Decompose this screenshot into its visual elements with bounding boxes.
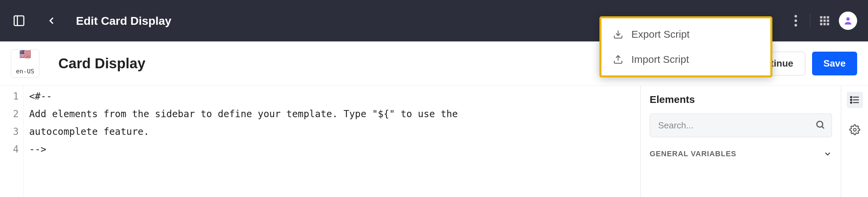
import-script-label: Import Script (631, 54, 689, 65)
chevron-down-icon (823, 149, 832, 158)
svg-point-24 (850, 102, 852, 103)
svg-rect-7 (820, 16, 823, 19)
svg-point-16 (846, 17, 850, 21)
locale-code: en-US (11, 60, 40, 77)
code-line: Add elements from the sidebar to define … (29, 108, 458, 120)
topbar: Edit Card Display Export Script Import S… (0, 0, 868, 41)
locale-badge[interactable]: 🇺🇸 en-US (11, 49, 39, 78)
import-icon (613, 54, 623, 65)
svg-point-5 (794, 19, 797, 22)
editor-area: 1 2 3 4 <#-- Add elements from the sideb… (0, 86, 868, 197)
settings-button[interactable] (847, 122, 863, 138)
list-icon (849, 94, 860, 105)
section-general-variables[interactable]: GENERAL VARIABLES (650, 149, 832, 158)
flag-icon: 🇺🇸 (19, 50, 31, 59)
line-number: 4 (0, 141, 23, 158)
svg-rect-14 (824, 23, 826, 25)
panel-icon (13, 14, 25, 27)
code-line: autocomplete feature. (29, 126, 149, 137)
user-icon (843, 16, 853, 26)
grid-icon (819, 15, 830, 26)
apps-button[interactable] (816, 13, 833, 29)
code-editor[interactable]: <#-- Add elements from the sidebar to de… (24, 86, 640, 197)
svg-point-6 (794, 24, 797, 26)
elements-panel: Elements GENERAL VARIABLES (641, 86, 841, 197)
elements-title: Elements (650, 94, 832, 105)
search-icon (815, 120, 825, 131)
code-line: --> (29, 144, 46, 155)
line-gutter: 1 2 3 4 (0, 86, 24, 197)
kebab-icon (794, 15, 797, 26)
svg-point-22 (850, 96, 852, 98)
panel-toggle-button[interactable] (11, 13, 27, 29)
line-number: 2 (0, 105, 23, 123)
svg-rect-0 (14, 16, 24, 26)
export-script-item[interactable]: Export Script (601, 22, 770, 47)
gear-icon (849, 124, 860, 135)
export-icon (613, 29, 623, 39)
topbar-left: Edit Card Display (11, 13, 172, 29)
search-wrap (650, 113, 832, 137)
svg-rect-9 (827, 16, 829, 19)
chevron-left-icon (46, 15, 57, 26)
page-title: Edit Card Display (76, 14, 172, 28)
card-title: Card Display (58, 55, 145, 72)
svg-point-25 (853, 128, 856, 131)
line-number: 1 (0, 88, 23, 105)
export-script-label: Export Script (631, 29, 690, 40)
svg-point-23 (850, 99, 852, 101)
svg-rect-15 (827, 23, 829, 25)
import-script-item[interactable]: Import Script (601, 47, 770, 72)
code-line: <#-- (29, 91, 52, 102)
search-input[interactable] (650, 113, 832, 137)
section-label: GENERAL VARIABLES (650, 149, 736, 158)
svg-rect-11 (824, 20, 826, 22)
user-avatar[interactable] (839, 12, 857, 30)
svg-point-4 (794, 15, 797, 18)
code-pane: 1 2 3 4 <#-- Add elements from the sideb… (0, 86, 641, 197)
save-button[interactable]: Save (812, 52, 857, 75)
svg-rect-8 (824, 16, 826, 19)
svg-rect-10 (820, 20, 823, 22)
more-menu-button[interactable] (788, 13, 804, 29)
line-number: 3 (0, 123, 23, 141)
svg-line-18 (822, 127, 824, 128)
right-rail (841, 86, 868, 197)
svg-point-17 (817, 121, 823, 127)
back-button[interactable] (43, 13, 60, 29)
list-view-button[interactable] (847, 92, 863, 108)
script-menu-dropdown: Export Script Import Script (599, 16, 772, 77)
divider (810, 14, 810, 28)
svg-rect-12 (827, 20, 829, 22)
save-label: Save (824, 58, 846, 69)
svg-rect-13 (820, 23, 823, 25)
topbar-right: Export Script Import Script (788, 12, 857, 30)
